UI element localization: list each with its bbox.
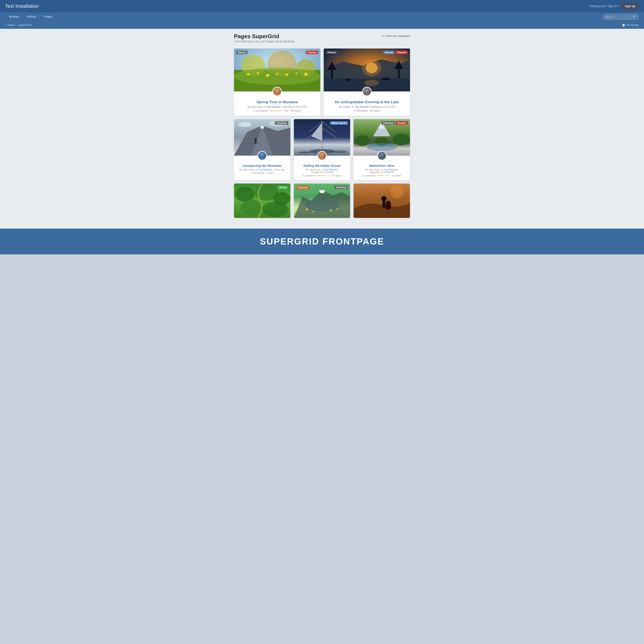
svg-point-40 <box>261 153 264 156</box>
top-bar-right: Existing user? Sign In ▾ Sign Up <box>590 3 639 9</box>
category-link-lake[interactable]: Trip Reports <box>355 105 369 108</box>
card-title-lake[interactable]: An unforgettable Evening at the Lake <box>327 100 407 104</box>
top-bar: Test Installation Existing user? Sign In… <box>0 0 644 12</box>
card-title-matterhorn[interactable]: Matterhorn View <box>356 164 407 167</box>
card-meta-ocean: By Jane Doe, in Trip Reports,Sunday at 1… <box>296 168 348 173</box>
card-body-mountain: Conquering the Mountain By OpenType, in … <box>234 162 290 177</box>
card-title-spring[interactable]: Spring Time in Montana <box>237 100 317 104</box>
card-featured-climbing: Featured Climbing <box>294 184 350 218</box>
badge-climbing-feat: Climbing <box>334 186 348 189</box>
main-wrapper: Pages SuperGrid A beautiful layout for y… <box>234 33 410 222</box>
svg-point-5 <box>234 68 320 85</box>
svg-point-26 <box>345 78 351 81</box>
nav-bar: Browse Activity Pages 🔍 <box>0 12 644 21</box>
comment-count-lake: 2 comments <box>354 109 368 112</box>
card-evening-lake: Pinned Meetup Popular <box>324 49 410 116</box>
badge-row-lake: Pinned Meetup Popular <box>326 51 408 54</box>
search-icon[interactable]: 🔍 <box>633 15 636 18</box>
badge-row-featured-climbing: Featured Climbing <box>296 186 348 189</box>
svg-point-19 <box>362 59 381 76</box>
category-link-ocean[interactable]: Trip Reports <box>324 168 337 171</box>
breadcrumb-bar: ⌂ Home › SuperGrid 📋 All Activity <box>0 21 644 29</box>
views-ocean: 53 views <box>332 174 342 177</box>
category-link[interactable]: Trip Reports <box>266 105 281 108</box>
badge-row-matterhorn: Climbing Popular <box>356 121 408 125</box>
badge-row-mountain: Climbing <box>236 121 288 125</box>
card-stats-mountain: 0 comments 1 view <box>237 172 288 174</box>
svg-point-75 <box>330 210 331 211</box>
svg-point-41 <box>260 156 265 160</box>
svg-point-78 <box>381 196 387 201</box>
show-categories-button[interactable]: 🏷 Show all categories <box>382 34 410 38</box>
nav-pages[interactable]: Pages <box>40 12 56 21</box>
svg-point-8 <box>266 74 269 77</box>
avatar-sophie <box>362 87 372 96</box>
svg-point-6 <box>247 73 250 76</box>
svg-point-74 <box>313 211 314 212</box>
badge-featured: Featured <box>296 186 309 189</box>
card-meta-mountain: By OpenType, in Trip Reports, 1 hour ago <box>237 168 288 171</box>
avatar-opentype <box>257 151 267 160</box>
svg-point-27 <box>382 77 390 81</box>
svg-point-7 <box>257 72 259 74</box>
all-activity-link[interactable]: 📋 All Activity <box>622 23 639 27</box>
views-matterhorn: 53 views <box>392 174 401 177</box>
card-body-matterhorn: Matterhorn View By OpenType, in Trip Rep… <box>354 162 410 180</box>
svg-point-52 <box>320 153 324 156</box>
stars-ocean: ★★★★★ <box>317 174 330 177</box>
badge-popular-lake: Popular <box>396 51 408 54</box>
category-link-mountain[interactable]: Trip Reports <box>258 168 272 171</box>
sign-up-button[interactable]: Sign Up <box>621 3 639 9</box>
search-input[interactable] <box>606 15 631 18</box>
nav-activity[interactable]: Activity <box>23 12 40 21</box>
card-stats-lake: 2 comments 96 views <box>327 109 407 112</box>
nav-browse[interactable]: Browse <box>5 12 23 21</box>
svg-point-14 <box>275 92 280 96</box>
svg-point-83 <box>390 186 404 199</box>
page-title: Pages SuperGrid <box>234 33 295 40</box>
comment-count: 0 comments <box>254 109 268 112</box>
card-image-wrap-ocean: Water Sports <box>294 119 350 156</box>
card-spring-montana: Pinned Popular <box>234 49 320 116</box>
card-image-lake <box>324 49 410 91</box>
card-title-ocean[interactable]: Sailing the Indian Ocean <box>296 164 348 167</box>
svg-point-61 <box>380 153 384 156</box>
page-subtitle: A beautiful layout for your Pages articl… <box>234 40 295 43</box>
card-matterhorn: Climbing Popular <box>354 119 410 180</box>
svg-point-55 <box>355 135 370 146</box>
card-image-guitar <box>354 184 410 218</box>
svg-point-11 <box>295 72 298 74</box>
card-meta-spring: By Jane Doe, in Trip Reports, Saturday a… <box>237 105 317 108</box>
avatar-wrap-jane2 <box>294 151 350 160</box>
card-title-mountain[interactable]: Conquering the Mountain <box>237 164 288 167</box>
badge-climbing-mh: Climbing <box>381 121 395 125</box>
svg-point-56 <box>393 134 410 146</box>
svg-point-73 <box>306 208 308 210</box>
card-hiking: Hiking <box>234 184 290 218</box>
star-rating: ★★★★★ <box>270 109 283 112</box>
badge-pinned-lake: Pinned <box>326 51 337 54</box>
badge-row-hiking: Hiking <box>236 186 288 189</box>
breadcrumb-home[interactable]: ⌂ Home <box>5 23 15 27</box>
badge-popular: Popular <box>306 51 318 54</box>
svg-point-34 <box>254 138 257 141</box>
badge-pinned: Pinned <box>236 51 248 54</box>
card-meta-lake: By Sophie, in Trip Reports, Saturday at … <box>327 105 407 108</box>
badge-water-sports: Water Sports <box>330 121 348 125</box>
svg-point-67 <box>240 200 262 215</box>
svg-point-21 <box>365 80 379 86</box>
footer-banner-text: SUPERGRID FRONTPAGE <box>5 236 639 247</box>
card-stats-ocean: 0 comments ★★★★★ 53 views <box>296 174 348 177</box>
sign-in-button[interactable]: Existing user? Sign In ▾ <box>590 5 619 8</box>
like-count[interactable]: ♥ 1 <box>285 109 288 112</box>
svg-point-62 <box>379 156 384 160</box>
card-guitar <box>354 184 410 218</box>
badge-row-spring: Pinned Popular <box>236 51 318 54</box>
content-area: Pages SuperGrid A beautiful layout for y… <box>0 29 644 229</box>
category-link-matterhorn[interactable]: Trip Reports <box>384 168 398 171</box>
breadcrumb: ⌂ Home › SuperGrid <box>5 23 31 27</box>
small-cards-row: Climbing Conquering the Mo <box>234 119 410 180</box>
comments-mountain: 0 comments <box>251 172 265 174</box>
stars-matterhorn: ★★★★★ <box>377 174 390 177</box>
bottom-cards-row: Hiking <box>234 184 410 218</box>
